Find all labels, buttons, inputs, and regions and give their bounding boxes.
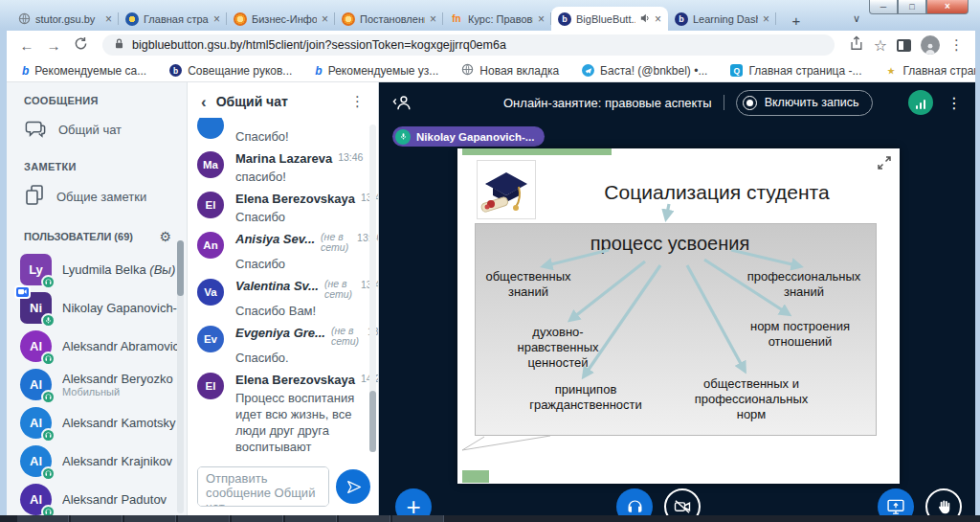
users-scrollbar-thumb[interactable] [177,240,184,296]
tab-close-icon[interactable]: × [655,12,661,26]
chat-back-chevron-icon[interactable]: ‹ [201,94,207,110]
browser-toolbar: ← → bigbluebutton.gsu.by/html5client/joi… [7,31,975,59]
side-panel-icon[interactable] [897,39,911,52]
sidebar-item-shared-notes[interactable]: Общие заметки [7,177,187,216]
q-favicon: Q [730,64,743,77]
tab-bigbluebutton-active[interactable]: b BigBlueButt... × [551,7,668,31]
new-tab-button[interactable]: + [784,10,809,31]
talking-indicator[interactable]: Nikolay Gapanovich-... [392,126,545,147]
tab-learning-dashboard[interactable]: b Learning Dashb... × [668,7,776,31]
bookmark-item[interactable]: bРекомендуемые уз... [315,64,438,78]
headphones-badge-icon [41,428,56,443]
slide-branch: профессиональных знаний [741,269,867,300]
start-recording-button[interactable]: Включить запись [736,90,874,116]
chat-message: Va Valentina Sv...(не в сети)13:46 Спаси… [188,272,378,319]
bbb-app: СООБЩЕНИЯ Общий чат ЗАМЕТКИ Общие заметк… [7,82,975,515]
tab-search-chevron[interactable]: ∨ [845,12,868,25]
bookmark-item[interactable]: Баста! (@bnkbel) •... [582,64,707,78]
user-list-item[interactable]: Ni Nikolay Gapanovich-Kaydalov [7,288,187,327]
avatar: Al [20,407,52,439]
minimize-button[interactable]: ─ [869,0,898,14]
reload-button[interactable] [68,36,93,54]
tab-postanovlenie[interactable]: Постановление... × [335,7,443,31]
presentation-slide[interactable]: Социализация студента процесс усвоения о… [457,148,900,484]
tab-close-icon[interactable]: × [763,12,769,26]
screenshare-button[interactable] [878,488,914,515]
headphones-badge-icon [41,505,56,516]
bookmark-item[interactable]: Новая вкладка [461,63,559,79]
chat-message: Ev Evgeniya Gre...(не в сети)13:46 Спаси… [188,319,378,366]
notes-header: ЗАМЕТКИ [7,148,187,177]
user-list-item[interactable]: Ly Lyudmila Belka (Вы) [7,250,187,288]
raise-hand-button[interactable] [925,488,962,515]
windows-taskbar[interactable] [0,515,980,522]
tab-close-icon[interactable]: × [322,12,328,26]
chat-scrollbar[interactable] [369,125,376,452]
bookmark-item[interactable]: QГлавная страница -... [730,64,861,78]
slide-title: Социализация студента [542,181,892,204]
avatar: Al [20,484,52,515]
sun-favicon [342,12,355,26]
avatar: Ly [20,254,52,285]
address-bar[interactable]: bigbluebutton.gsu.by/html5client/join?se… [102,34,835,56]
avatar: Al [20,445,52,477]
slide-accent-square [462,470,489,483]
slide-branch: общественных знаний [475,269,582,300]
tab-glavnaya[interactable]: Главная страни... × [119,7,227,31]
tab-biznes-info[interactable]: Бизнес-Инфо × [227,7,335,31]
chat-messages: Спасибо! Ma Marina Lazareva13:46 спасибо… [188,118,378,461]
user-list-item[interactable]: Al Aleksandr BeryozkoМобильный [7,365,187,403]
avatar: El [197,373,224,399]
meeting-options-icon[interactable]: ⋮ [947,94,962,112]
user-list-item[interactable]: Al Aleksandr Kamotsky [7,403,187,442]
connection-status-icon[interactable] [908,90,933,115]
avatar: El [197,192,224,218]
user-list-item[interactable]: Al Aleksandr Padutov [7,480,187,515]
tab-stutor[interactable]: stutor.gsu.by × [11,7,119,31]
tab-kurs[interactable]: fn Курс: Правовы... × [443,7,551,31]
bookmark-star-icon[interactable]: ☆ [874,36,887,55]
chat-message: El Elena Berezovskaya13:46 Спасибо [188,185,378,225]
bbb-favicon: b [169,64,182,77]
browser-menu-icon[interactable]: ⋮ [949,36,964,54]
webcam-chip-icon [14,285,31,299]
chat-scrollbar-thumb[interactable] [369,391,376,452]
bookmark-item[interactable]: bРекомендуемые са... [22,64,146,78]
tab-close-icon[interactable]: × [430,12,436,26]
audio-headphones-button[interactable] [616,488,653,515]
close-button[interactable]: × [926,0,969,14]
tab-close-icon[interactable]: × [105,12,112,26]
globe-favicon [17,12,31,26]
user-list-item[interactable]: Al Aleksandr Krajnikov [7,442,187,480]
tab-close-icon[interactable]: × [213,12,220,26]
fullscreen-icon[interactable] [876,154,893,171]
back-button[interactable]: ← [14,37,39,54]
meeting-title: Онлайн-занятие: правовые аспекты [503,96,712,110]
bookmark-item[interactable]: bСовещание руков... [169,64,292,78]
tab-audio-icon[interactable] [640,13,650,25]
chat-message-input[interactable] [197,466,329,507]
webcam-off-button[interactable] [664,488,701,515]
lock-icon [114,37,124,53]
forward-button[interactable]: → [41,37,66,54]
profile-avatar[interactable] [921,35,940,55]
userlist-toggle-icon[interactable] [392,93,413,112]
star-yellow-favicon: ★ [884,64,897,77]
users-settings-gear-icon[interactable]: ⚙ [159,229,171,244]
actions-plus-button[interactable]: + [395,488,432,515]
user-list-item[interactable]: Al Aleksandr Abramovich [7,327,187,365]
bbb-sidebar: СООБЩЕНИЯ Общий чат ЗАМЕТКИ Общие заметк… [7,82,187,515]
sidebar-item-public-chat[interactable]: Общий чат [7,111,187,148]
send-message-button[interactable] [336,469,370,504]
mic-badge-icon [41,313,56,328]
maximize-button[interactable]: □ [898,0,926,14]
users-scrollbar[interactable] [177,240,184,513]
chat-options-icon[interactable]: ⋮ [350,93,365,110]
bookmark-item[interactable]: ★Главная страница |... [884,64,975,78]
chat-bubbles-icon [24,118,47,142]
presentation-area: Онлайн-занятие: правовые аспекты Включит… [379,82,975,515]
url-text: bigbluebutton.gsu.by/html5client/join?se… [132,38,506,52]
tab-close-icon[interactable]: × [538,12,545,26]
talking-mic-icon [395,129,411,145]
share-icon[interactable] [848,35,864,55]
